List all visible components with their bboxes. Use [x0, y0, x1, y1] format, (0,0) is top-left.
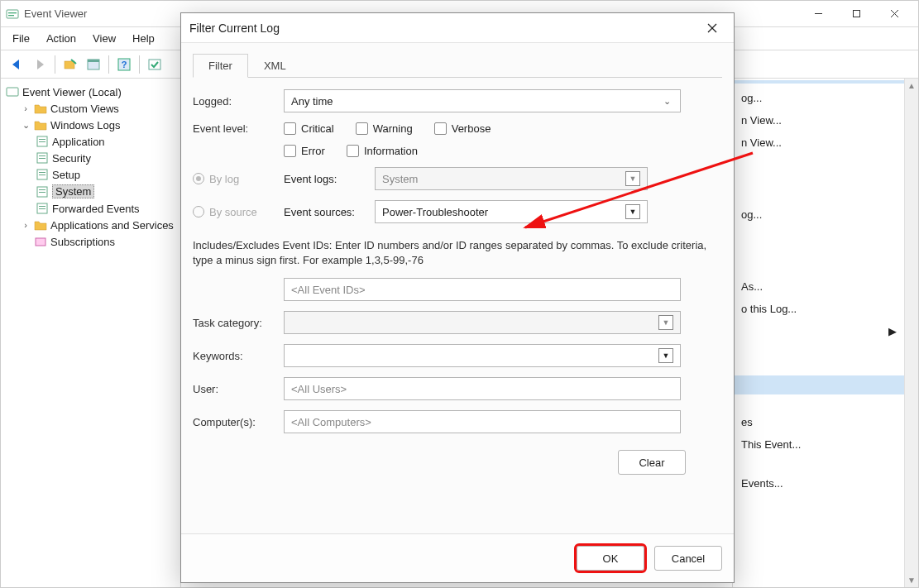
action-item[interactable]: o this Log... [733, 298, 918, 320]
action-item-selected[interactable]: ▲ [733, 375, 918, 394]
action-item[interactable]: This Event... [733, 433, 918, 456]
logged-value: Any time [291, 95, 333, 108]
toolbar-btn-4[interactable] [144, 54, 165, 75]
event-sources-value: Power-Troubleshooter [382, 206, 488, 218]
event-logs-combo: System ▼ [375, 167, 648, 190]
tree-pane: Event Viewer (Local) › Custom Views ⌄ Wi… [1, 79, 181, 587]
computers-input[interactable]: <All Computers> [284, 410, 681, 433]
forward-button[interactable] [29, 54, 50, 75]
task-category-label: Task category: [193, 317, 275, 329]
log-icon [36, 151, 49, 165]
svg-rect-27 [39, 206, 45, 207]
tree-system[interactable]: System [34, 183, 177, 200]
warning-checkbox[interactable]: Warning [356, 122, 413, 135]
expand-icon[interactable]: › [21, 103, 31, 113]
svg-rect-19 [39, 158, 45, 159]
minimize-button[interactable] [799, 2, 837, 26]
action-item[interactable]: n View... [733, 131, 918, 154]
svg-rect-9 [88, 60, 99, 62]
back-button[interactable] [6, 54, 27, 75]
tree-application[interactable]: Application [34, 133, 177, 150]
menu-file[interactable]: File [6, 29, 36, 48]
event-sources-combo[interactable]: Power-Troubleshooter ▼ [375, 200, 648, 223]
logged-combo[interactable]: Any time ⌄ [284, 89, 681, 112]
by-source-radio: By source [193, 206, 275, 218]
maximize-button[interactable] [837, 2, 875, 26]
clear-button[interactable]: Clear [618, 450, 686, 475]
menu-help[interactable]: Help [126, 29, 161, 48]
tree-root-label: Event Viewer (Local) [22, 86, 122, 98]
log-icon [36, 168, 49, 181]
svg-rect-7 [65, 61, 74, 69]
log-icon [36, 185, 49, 198]
subscriptions-icon [34, 235, 47, 248]
tree-setup[interactable]: Setup [34, 166, 177, 183]
toolbar-btn-1[interactable] [60, 54, 81, 75]
tree-application-label: Application [52, 136, 105, 148]
dialog-title: Filter Current Log [189, 22, 699, 35]
scroll-up-icon[interactable]: ▲ [905, 79, 918, 93]
tab-filter[interactable]: Filter [193, 54, 248, 78]
dropdown-icon: ▼ [625, 171, 640, 186]
eventlevel-label: Event level: [193, 122, 275, 135]
tree-subscriptions[interactable]: › Subscriptions [19, 233, 177, 250]
svg-rect-22 [39, 174, 45, 175]
menu-view[interactable]: View [86, 29, 122, 48]
expand-icon[interactable]: › [21, 220, 31, 230]
keywords-combo[interactable]: ▼ [284, 344, 681, 367]
filter-dialog: Filter Current Log Filter XML Logged: An… [180, 12, 735, 583]
critical-checkbox[interactable]: Critical [284, 122, 334, 135]
actions-scrollbar[interactable]: ▲ ▼ [904, 79, 918, 587]
verbose-checkbox[interactable]: Verbose [434, 122, 491, 135]
scroll-down-icon[interactable]: ▼ [905, 573, 918, 587]
logged-label: Logged: [193, 95, 275, 108]
toolbar-btn-2[interactable] [83, 54, 104, 75]
window-controls [799, 2, 913, 26]
tree-windows-logs[interactable]: ⌄ Windows Logs [19, 117, 177, 133]
dialog-close-button[interactable] [699, 15, 725, 41]
log-icon [36, 202, 49, 215]
eventviewer-icon [6, 85, 19, 98]
error-checkbox[interactable]: Error [284, 145, 325, 157]
app-icon [6, 7, 19, 21]
collapse-icon[interactable]: ⌄ [21, 120, 31, 131]
log-icon [36, 135, 49, 148]
tree-apps-services-label: Applications and Services [50, 219, 174, 232]
ok-button[interactable]: OK [577, 546, 644, 571]
action-item[interactable]: og... [733, 87, 918, 109]
toolbar-btn-help[interactable]: ? [113, 54, 135, 75]
tab-xml[interactable]: XML [248, 54, 302, 78]
computers-placeholder: <All Computers> [291, 416, 371, 428]
computers-label: Computer(s): [193, 416, 275, 428]
tree-forwarded[interactable]: Forwarded Events [34, 200, 177, 217]
tree-root[interactable]: Event Viewer (Local) [4, 84, 177, 100]
event-logs-label: Event logs: [284, 173, 366, 185]
dropdown-icon[interactable]: ▼ [625, 204, 640, 219]
event-sources-label: Event sources: [284, 206, 366, 218]
dialog-footer: OK Cancel [181, 533, 734, 582]
action-expand[interactable]: ▶ [733, 320, 918, 342]
tab-row: Filter XML [193, 53, 722, 78]
tree-security[interactable]: Security [34, 150, 177, 166]
actions-pane: og... n View... n View... og... As... o … [732, 79, 918, 587]
action-item[interactable]: As... [733, 275, 918, 298]
dropdown-icon[interactable]: ▼ [658, 348, 673, 363]
action-item[interactable]: es [733, 411, 918, 433]
tree-windows-logs-label: Windows Logs [50, 119, 121, 131]
menu-action[interactable]: Action [40, 29, 83, 48]
action-item[interactable]: Events... [733, 472, 918, 495]
folder-icon [34, 102, 47, 115]
action-item[interactable]: og... [733, 203, 918, 226]
event-ids-input[interactable]: <All Event IDs> [284, 278, 681, 301]
information-checkbox[interactable]: Information [347, 145, 418, 157]
close-button[interactable] [875, 2, 913, 26]
action-item[interactable]: n View... [733, 109, 918, 131]
tree-apps-services[interactable]: › Applications and Services [19, 217, 177, 233]
task-category-combo: ▼ [284, 311, 681, 334]
user-input[interactable]: <All Users> [284, 377, 681, 400]
tree-custom-views[interactable]: › Custom Views [19, 100, 177, 117]
cancel-button[interactable]: Cancel [654, 546, 722, 571]
dialog-titlebar: Filter Current Log [181, 13, 734, 43]
tree-setup-label: Setup [52, 169, 80, 181]
eventids-description: Includes/Excludes Event IDs: Enter ID nu… [193, 238, 722, 268]
